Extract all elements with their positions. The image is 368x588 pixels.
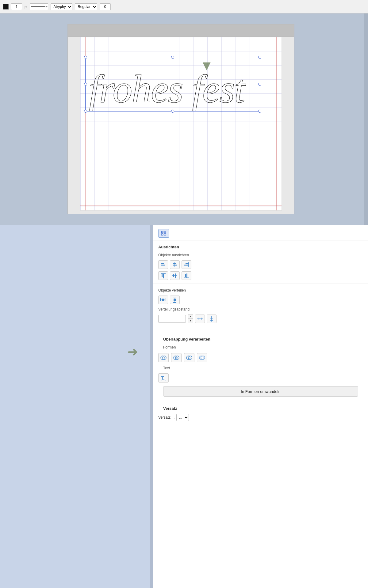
bleed-line-left <box>85 37 86 210</box>
ausrichten-heading: Ausrichten <box>153 240 368 251</box>
align-row-2 <box>153 270 368 281</box>
pt-label: pt <box>25 5 27 9</box>
svg-rect-4 <box>164 234 166 235</box>
overlap-section: Überlappung verarbeiten Formen <box>153 330 368 425</box>
bottom-half: ➜ Ausrichten Objekte ausrichten <box>0 225 368 588</box>
panel-top-icons <box>153 225 368 240</box>
overlap-icons-row <box>158 351 363 364</box>
svg-rect-12 <box>184 265 189 266</box>
bottom-canvas-area <box>0 225 150 588</box>
svg-rect-20 <box>185 274 186 277</box>
svg-rect-11 <box>186 263 189 264</box>
svg-rect-29 <box>173 302 176 303</box>
verteilungsabstand-label: Verteilungsabstand <box>153 305 368 313</box>
toolbar: pt ▾ Atryphy Regular <box>0 0 368 13</box>
align-row-1 <box>153 259 368 270</box>
svg-rect-5 <box>161 263 164 264</box>
text-overlap-label: Text <box>158 364 363 372</box>
dist-v-equal-btn[interactable] <box>207 315 217 323</box>
scrollbar[interactable] <box>150 225 153 588</box>
align-left-btn[interactable] <box>158 260 168 269</box>
right-arrow-icon: ➜ <box>127 344 138 359</box>
bleed-line-right <box>276 37 277 210</box>
dist-stepper-up[interactable]: ▲ <box>188 315 193 319</box>
stroke-width-input[interactable] <box>11 3 22 10</box>
svg-rect-3 <box>161 234 163 235</box>
align-bottom-btn[interactable] <box>182 271 191 280</box>
svg-rect-21 <box>186 273 187 278</box>
main-canvas-area: frohes fest ▼ <box>0 13 368 225</box>
dist-input-row: ▲ ▼ <box>153 313 368 324</box>
subtract-btn[interactable] <box>184 353 194 362</box>
grid-icon-btn[interactable] <box>158 229 169 238</box>
dist-value-input[interactable] <box>158 315 186 323</box>
objekte-verteilen-label: Objekte verteilen <box>153 286 368 294</box>
exclude-btn[interactable] <box>197 353 207 362</box>
bleed-line-top <box>80 42 282 42</box>
svg-rect-2 <box>164 231 166 233</box>
convert-to-shapes-btn[interactable]: In Formen umwandeln <box>163 386 358 397</box>
divider-1 <box>153 284 368 284</box>
bleed-line-bottom <box>80 205 282 205</box>
line-style-preview[interactable]: ▾ <box>30 3 48 10</box>
dist-h-equal-btn[interactable] <box>195 315 205 323</box>
formen-label: Formen <box>158 343 363 351</box>
text-path-btn[interactable]: T <box>158 373 169 383</box>
align-right-btn[interactable] <box>182 260 191 269</box>
versatz-heading: Versatz <box>158 402 363 413</box>
intersect-btn[interactable] <box>171 353 182 362</box>
align-top-btn[interactable] <box>158 271 168 280</box>
versatz-select[interactable]: ... <box>176 414 189 421</box>
distribute-row <box>153 294 368 305</box>
text-icon-row: T <box>158 372 363 384</box>
dist-stepper-down[interactable]: ▼ <box>188 319 193 323</box>
svg-rect-6 <box>161 265 165 266</box>
svg-text:frohes fest: frohes fest <box>89 67 246 111</box>
distribute-v-btn[interactable] <box>170 296 180 304</box>
objekte-ausrichten-label: Objekte ausrichten <box>153 251 368 259</box>
align-center-h-btn[interactable] <box>170 260 180 269</box>
svg-rect-1 <box>161 231 163 233</box>
canvas-card: frohes fest ▼ <box>67 24 294 214</box>
versatz-input-label: Versatz ... <box>158 415 174 420</box>
versatz-row: Versatz ... ... <box>158 413 363 422</box>
svg-rect-24 <box>166 298 166 301</box>
svg-rect-14 <box>162 274 163 277</box>
right-panel: Ausrichten Objekte ausrichten <box>153 225 368 588</box>
svg-rect-28 <box>173 297 176 297</box>
divider-3 <box>158 399 363 399</box>
canvas-page[interactable]: frohes fest ▼ <box>80 37 282 211</box>
svg-rect-30 <box>174 299 176 301</box>
divider-2 <box>153 327 368 327</box>
calligraphy-text[interactable]: frohes fest <box>86 58 259 111</box>
distribute-h-btn[interactable] <box>158 296 168 304</box>
overlap-heading: Überlappung verarbeiten <box>158 333 363 343</box>
font-family-select[interactable]: Atryphy <box>51 3 72 10</box>
svg-rect-23 <box>160 298 161 301</box>
svg-rect-25 <box>162 299 164 301</box>
color-swatch[interactable] <box>3 4 9 9</box>
dist-stepper: ▲ ▼ <box>188 315 193 323</box>
align-middle-v-btn[interactable] <box>170 271 180 280</box>
svg-rect-15 <box>163 274 164 278</box>
union-btn[interactable] <box>158 353 169 362</box>
font-size-input[interactable] <box>100 3 111 10</box>
font-style-select[interactable]: Regular <box>75 3 97 10</box>
